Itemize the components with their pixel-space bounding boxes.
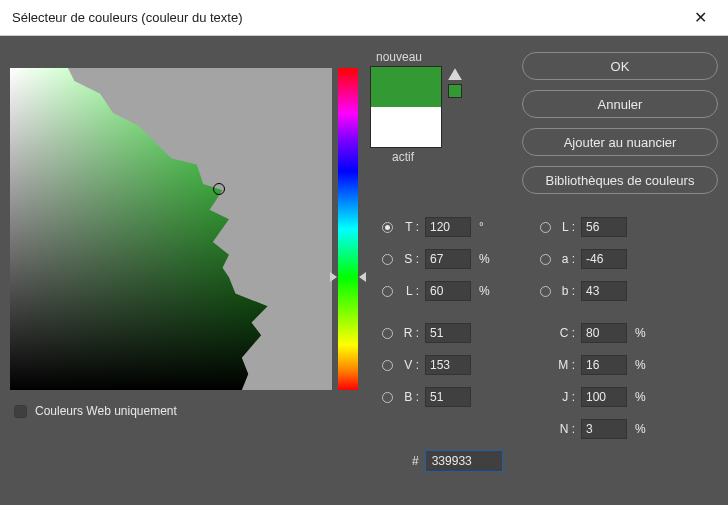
radio-Lhsl[interactable] xyxy=(382,286,393,297)
label-C: C : xyxy=(555,326,575,340)
add-to-swatches-button[interactable]: Ajouter au nuancier xyxy=(522,128,718,156)
close-icon[interactable]: ✕ xyxy=(684,2,716,34)
ok-button[interactable]: OK xyxy=(522,52,718,80)
radio-B[interactable] xyxy=(382,392,393,403)
label-hash: # xyxy=(412,454,419,468)
cancel-button[interactable]: Annuler xyxy=(522,90,718,118)
titlebar: Sélecteur de couleurs (couleur du texte)… xyxy=(0,0,728,36)
input-b[interactable] xyxy=(581,281,627,301)
values-grid: T : ° L : S : % a : xyxy=(382,216,718,440)
label-V: V : xyxy=(397,358,419,372)
label-S: S : xyxy=(397,252,419,266)
gamut-warning-icon[interactable] xyxy=(448,68,462,80)
unit-pct-l: % xyxy=(479,284,495,298)
label-L: L : xyxy=(555,220,575,234)
window-title: Sélecteur de couleurs (couleur du texte) xyxy=(12,10,243,25)
color-libraries-button[interactable]: Bibliothèques de couleurs xyxy=(522,166,718,194)
radio-V[interactable] xyxy=(382,360,393,371)
radio-b[interactable] xyxy=(540,286,551,297)
input-N[interactable] xyxy=(581,419,627,439)
picker-cursor-icon[interactable] xyxy=(213,183,225,195)
input-V[interactable] xyxy=(425,355,471,375)
unit-pct-n: % xyxy=(635,422,651,436)
input-M[interactable] xyxy=(581,355,627,375)
current-color-swatch[interactable] xyxy=(371,107,441,147)
input-R[interactable] xyxy=(425,323,471,343)
radio-a[interactable] xyxy=(540,254,551,265)
input-B[interactable] xyxy=(425,387,471,407)
color-field[interactable] xyxy=(10,68,332,390)
input-C[interactable] xyxy=(581,323,627,343)
input-a[interactable] xyxy=(581,249,627,269)
web-only-label: Couleurs Web uniquement xyxy=(35,404,177,418)
label-B: B : xyxy=(397,390,419,404)
unit-pct-c: % xyxy=(635,326,651,340)
input-T[interactable] xyxy=(425,217,471,237)
unit-pct-j: % xyxy=(635,390,651,404)
new-color-swatch[interactable] xyxy=(371,67,441,107)
dialog-body: Couleurs Web uniquement nouveau actif OK… xyxy=(0,36,728,505)
label-Lhsl: L : xyxy=(397,284,419,298)
input-hex[interactable] xyxy=(425,450,503,472)
new-color-label: nouveau xyxy=(376,50,422,64)
label-M: M : xyxy=(555,358,575,372)
swatch-box xyxy=(370,66,442,148)
unit-pct-m: % xyxy=(635,358,651,372)
radio-S[interactable] xyxy=(382,254,393,265)
hue-slider[interactable] xyxy=(338,68,358,390)
unit-pct-s: % xyxy=(479,252,495,266)
label-b: b : xyxy=(555,284,575,298)
label-N: N : xyxy=(555,422,575,436)
input-J[interactable] xyxy=(581,387,627,407)
gamut-suggest-swatch[interactable] xyxy=(448,84,462,98)
radio-hue[interactable] xyxy=(382,222,393,233)
label-a: a : xyxy=(555,252,575,266)
active-color-label: actif xyxy=(392,150,414,164)
radio-R[interactable] xyxy=(382,328,393,339)
unit-deg: ° xyxy=(479,220,495,234)
gamut-mask xyxy=(10,68,332,390)
hue-handle-right-icon[interactable] xyxy=(359,272,366,282)
input-L[interactable] xyxy=(581,217,627,237)
radio-L[interactable] xyxy=(540,222,551,233)
label-T: T : xyxy=(397,220,419,234)
input-Lhsl[interactable] xyxy=(425,281,471,301)
label-R: R : xyxy=(397,326,419,340)
label-J: J : xyxy=(555,390,575,404)
web-only-checkbox[interactable] xyxy=(14,405,27,418)
input-S[interactable] xyxy=(425,249,471,269)
hue-handle-left-icon[interactable] xyxy=(330,272,337,282)
